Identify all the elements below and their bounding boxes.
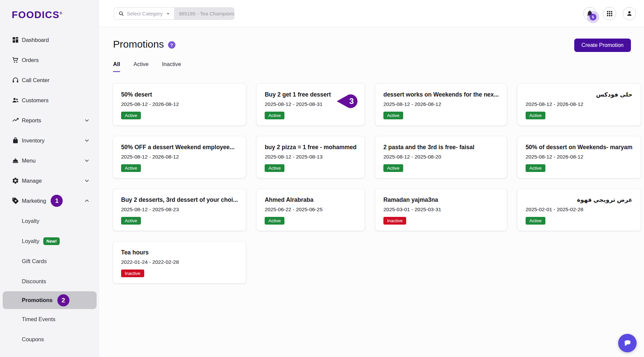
promotion-card-50-desert[interactable]: 50% desert 2025-08-12 - 2026-08-12 Activ… [113,84,246,125]
headset-icon [12,76,19,84]
promotion-card-ahmed-alrabraba[interactable]: Ahmed Alrabraba 2025-06-22 - 2025-06-25 … [257,189,365,231]
sidebar-item-label: Manage [22,178,42,184]
chevron-down-icon [84,158,90,164]
search-icon [118,11,124,16]
status-badge: Active [526,164,545,172]
status-tabs: AllActiveInactive [113,61,631,72]
sidebar-item-label: Customers [22,97,49,104]
chevron-down-icon [84,178,90,184]
chat-bubble-icon [623,338,633,348]
promotion-card-عرض-ترويجي-قهوة[interactable]: عرض ترويجي قهوة 2025-02-01 - 2025-02-28 … [518,189,641,231]
sidebar-item-dashboard[interactable]: Dashboard [0,30,99,50]
sidebar-item-customers[interactable]: Customers [0,90,99,110]
promotion-title: 50% OFF a dessert Weekend employee... [121,144,238,151]
sidebar-item-timed-events[interactable]: Timed Events [0,309,99,329]
status-badge: Active [383,112,403,119]
promotion-card-ramadan-yajma3na[interactable]: Ramadan yajma3na 2025-03-01 - 2025-03-31… [375,189,507,231]
promotion-dates: 2025-08-12 - 2025-08-13 [265,154,357,160]
promotion-dates: 2025-08-12 - 2025-08-31 [265,101,357,107]
sidebar-item-discounts[interactable]: Discounts [0,271,99,291]
tab-all[interactable]: All [113,61,120,72]
annotation-badge-1: 1 [51,195,63,207]
status-badge: Active [121,164,141,172]
foodics-logo: FOODICS® [0,0,99,20]
promotion-card-حلى-فودكس[interactable]: حلى فودكس 2025-08-12 - 2026-08-12 Active [518,84,641,125]
promotion-dates: 2025-08-12 - 2026-08-12 [383,101,499,107]
caret-down-icon [165,11,171,16]
sidebar: FOODICS® Dashboard Orders Call Center Cu… [0,0,99,357]
sidebar-item-promotions[interactable]: Promotions 2 [3,291,97,309]
sidebar-item-reports[interactable]: Reports [0,110,99,130]
sidebar-item-manage[interactable]: Manage [0,171,99,191]
apps-grid-icon [606,10,613,17]
topbar: Select Category 985185 - Tea Champions 5 [99,0,644,27]
promotion-card-buy-2-desserts-3rd-dessert-of-[interactable]: Buy 2 desserts, 3rd dessert of your choi… [113,189,246,231]
sidebar-item-label: Discounts [22,278,46,285]
promotion-card-buy-2-get-1-free-dessert[interactable]: Buy 2 get 1 free dessert 2025-08-12 - 20… [257,84,365,125]
status-badge: Active [265,112,284,119]
promotion-title: Buy 2 desserts, 3rd dessert of your choi… [121,196,238,203]
chevron-down-icon [84,137,90,143]
sidebar-item-label: Coupons [22,336,44,343]
apps-button[interactable] [603,7,616,20]
promotion-card-50-off-a-dessert-weekend-emplo[interactable]: 50% OFF a dessert Weekend employee... 20… [113,136,246,178]
dashboard-icon [12,36,19,44]
sidebar-item-orders[interactable]: Orders [0,50,99,70]
promotion-card-2-pasta-and-the-3rd-is-free-fa[interactable]: 2 pasta and the 3rd is free- faisal 2025… [375,136,507,178]
promotion-card-buy-2-pizza-1-free-mohammed[interactable]: buy 2 pizza = 1 free - mohammed 2025-08-… [257,136,365,178]
category-select-placeholder: Select Category [127,11,165,16]
chevron-down-icon [84,117,90,123]
promotion-title: حلى فودكس [526,91,633,98]
account-button[interactable] [623,7,636,20]
registered-mark: ® [60,11,63,15]
tab-active[interactable]: Active [133,61,149,72]
menu-icon [12,157,19,164]
notifications-button[interactable]: 5 [583,7,596,20]
tab-inactive[interactable]: Inactive [162,61,181,72]
sidebar-item-call-center[interactable]: Call Center [0,70,99,90]
sidebar-item-label: Inventory [22,137,45,144]
sidebar-item-label: Loyalty [22,218,39,224]
sidebar-item-label: Promotions [22,297,53,303]
chevron-up-icon [84,198,90,204]
status-badge: Active [121,217,141,225]
promotion-dates: 2025-08-12 - 2026-08-12 [121,101,238,107]
promotion-title: buy 2 pizza = 1 free - mohammed [265,144,357,151]
promotion-dates: 2025-02-01 - 2025-02-28 [526,206,633,213]
sidebar-item-loyalty[interactable]: Loyalty [0,211,99,231]
promotion-card-50-of-dessert-on-weekends-mary[interactable]: 50% of dessert on Weekends- maryam 2025-… [518,136,641,178]
status-badge: Active [526,112,545,119]
gear-icon [12,177,19,184]
business-search-input[interactable]: 985185 - Tea Champions [174,8,234,19]
create-promotion-button[interactable]: Create Promotion [574,39,631,52]
promotion-card-tea-hours[interactable]: Tea hours 2022-01-24 - 2022-02-28 Inacti… [113,242,246,283]
sidebar-item-label: Call Center [22,77,50,83]
sidebar-item-label: Reports [22,117,41,124]
sidebar-item-coupons[interactable]: Coupons [0,329,99,349]
status-badge: Active [265,217,284,225]
category-search-group: Select Category 985185 - Tea Champions [114,7,234,20]
sidebar-item-inventory[interactable]: Inventory [0,130,99,151]
sidebar-item-label: Timed Events [22,316,55,322]
sidebar-item-menu[interactable]: Menu [0,151,99,171]
sidebar-item-marketing[interactable]: Marketing 1 [0,191,99,211]
topbar-icons: 5 [583,7,636,20]
sidebar-item-loyalty-new[interactable]: Loyalty New! [0,231,99,251]
promotion-dates: 2025-08-12 - 2026-08-12 [526,101,633,107]
new-badge: New! [43,237,60,245]
help-icon[interactable]: ? [168,41,175,49]
notification-count-badge: 5 [590,14,596,20]
promotions-grid: 50% desert 2025-08-12 - 2026-08-12 Activ… [113,84,631,283]
main-content: Promotions ? Create Promotion AllActiveI… [99,27,644,357]
chat-launcher-button[interactable] [618,334,637,352]
sidebar-item-gift-cards[interactable]: Gift Cards [0,251,99,271]
sidebar-nav: Dashboard Orders Call Center Customers R… [0,30,99,349]
status-badge: Inactive [121,270,144,277]
status-badge: Inactive [383,217,407,225]
promotion-card-dessert-works-on-weekends-for-[interactable]: dessert works on Weekends for the nex...… [375,84,507,125]
category-select[interactable]: Select Category [114,8,174,19]
sidebar-item-label: Loyalty [22,238,39,244]
reports-icon [12,117,19,124]
promotion-dates: 2022-01-24 - 2022-02-28 [121,259,238,265]
promotion-title: 50% of dessert on Weekends- maryam [526,144,633,151]
